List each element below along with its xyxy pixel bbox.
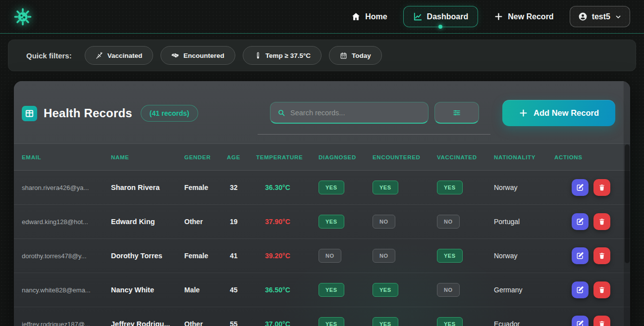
quick-filter-pills: Vaccinated Encountered Temp ≥ 37.5°C [85, 46, 382, 65]
cell-age: 41 [227, 252, 256, 260]
scrollbar-thumb[interactable] [625, 144, 630, 263]
cell-email: sharon.rivera426@ya... [22, 184, 111, 191]
encountered-badge: YES [373, 317, 398, 326]
vertical-scrollbar[interactable] [623, 81, 630, 326]
edit-record-button[interactable] [572, 316, 589, 326]
search-box [270, 102, 429, 124]
cell-nationality: Norway [494, 184, 554, 191]
add-new-record-button[interactable]: Add New Record [502, 100, 615, 126]
diagnosed-badge: YES [319, 181, 344, 194]
cell-gender: Other [184, 218, 227, 226]
delete-record-button[interactable] [593, 179, 610, 196]
table-grid-icon [22, 106, 37, 121]
cell-nationality: Germany [494, 286, 554, 294]
col-gender: GENDER [184, 154, 227, 160]
diagnosed-badge: NO [319, 249, 341, 263]
table-header-row: EMAIL NAME GENDER AGE TEMPERATURE DIAGNO… [14, 143, 630, 171]
chevron-down-icon [615, 13, 622, 20]
header-divider [258, 134, 490, 135]
cell-gender: Female [184, 184, 227, 191]
user-menu-button[interactable]: test5 [570, 6, 630, 27]
calendar-icon [340, 52, 347, 59]
cell-temperature: 39.20°C [256, 252, 319, 260]
cell-gender: Female [184, 252, 227, 260]
cell-diagnosed: YES [319, 181, 373, 194]
cell-actions [554, 281, 622, 298]
search-icon [277, 109, 285, 117]
filter-temperature[interactable]: Temp ≥ 37.5°C [243, 46, 322, 65]
cell-nationality: Portugal [494, 218, 554, 226]
cell-temperature: 37.00°C [256, 320, 319, 326]
edit-record-button[interactable] [572, 179, 589, 196]
records-count-badge: (41 records) [141, 105, 198, 122]
nav-new-record-label: New Record [508, 12, 553, 21]
edit-record-button[interactable] [572, 281, 589, 298]
plus-icon [494, 12, 503, 21]
nav-dashboard-label: Dashboard [427, 12, 469, 21]
cell-actions [554, 179, 622, 196]
cell-age: 19 [227, 218, 256, 226]
filter-encountered[interactable]: Encountered [161, 46, 235, 65]
nav-new-record[interactable]: New Record [489, 6, 558, 27]
vaccinated-badge: YES [437, 317, 463, 326]
col-diagnosed: DIAGNOSED [319, 154, 373, 160]
encountered-badge: YES [373, 181, 398, 194]
cell-temperature: 36.50°C [256, 286, 319, 294]
col-actions: ACTIONS [554, 154, 622, 160]
cell-actions [554, 213, 622, 230]
health-records-card: Health Records (41 records) [14, 81, 630, 326]
cell-vaccinated: YES [437, 249, 494, 263]
advanced-filters-button[interactable] [434, 102, 479, 124]
quick-filters-bar: Quick filters: Vaccinated Encountered [8, 40, 636, 71]
col-encountered: ENCOUNTERED [373, 154, 437, 160]
card-header: Health Records (41 records) [14, 81, 630, 143]
edit-record-button[interactable] [572, 213, 589, 230]
filter-vaccinated[interactable]: Vaccinated [85, 46, 154, 65]
search-input[interactable] [290, 109, 421, 117]
cell-diagnosed: NO [319, 249, 373, 263]
filter-vaccinated-label: Vaccinated [107, 52, 143, 59]
table-row: edward.king128@hot... Edward King Other … [14, 205, 630, 239]
nav-home[interactable]: Home [346, 6, 392, 27]
cell-name: Jeffrey Rodrigu... [111, 320, 184, 326]
virus-logo-icon[interactable] [14, 8, 32, 26]
table-row: dorothy.torres478@y... Dorothy Torres Fe… [14, 239, 630, 273]
nav-dashboard[interactable]: Dashboard [403, 6, 479, 27]
home-icon [351, 12, 361, 21]
cell-vaccinated: NO [437, 283, 494, 297]
cell-gender: Male [184, 286, 227, 294]
active-tab-dot [438, 25, 442, 29]
cell-email: dorothy.torres478@y... [22, 252, 111, 260]
col-temperature: TEMPERATURE [256, 154, 319, 160]
cell-email: jeffrey.rodriguez187@... [22, 321, 111, 326]
cell-name: Sharon Rivera [111, 184, 184, 191]
col-vaccinated: VACCINATED [437, 154, 494, 160]
edit-record-button[interactable] [572, 247, 589, 264]
filter-today[interactable]: Today [329, 46, 382, 65]
thermometer-icon [254, 52, 261, 59]
cell-email: edward.king128@hot... [22, 218, 111, 226]
delete-record-button[interactable] [593, 316, 610, 326]
table-row: sharon.rivera426@ya... Sharon Rivera Fem… [14, 171, 630, 205]
encountered-badge: NO [373, 215, 395, 229]
sliders-icon [452, 108, 461, 117]
col-nationality: NATIONALITY [494, 154, 554, 160]
cell-encountered: YES [373, 317, 437, 326]
diagnosed-badge: YES [319, 215, 344, 229]
delete-record-button[interactable] [593, 281, 610, 298]
col-age: AGE [227, 154, 256, 160]
table-row: jeffrey.rodriguez187@... Jeffrey Rodrigu… [14, 307, 630, 326]
encountered-badge: YES [373, 283, 398, 297]
handshake-icon [171, 52, 179, 59]
cell-vaccinated: YES [437, 181, 494, 194]
cell-actions [554, 247, 622, 264]
col-name: NAME [111, 154, 184, 160]
add-new-record-label: Add New Record [534, 108, 599, 118]
cell-vaccinated: YES [437, 317, 494, 326]
delete-record-button[interactable] [593, 247, 610, 264]
cell-diagnosed: YES [319, 317, 373, 326]
cell-diagnosed: YES [319, 215, 373, 229]
delete-record-button[interactable] [593, 213, 610, 230]
username-label: test5 [592, 12, 610, 21]
cell-age: 55 [227, 320, 256, 326]
